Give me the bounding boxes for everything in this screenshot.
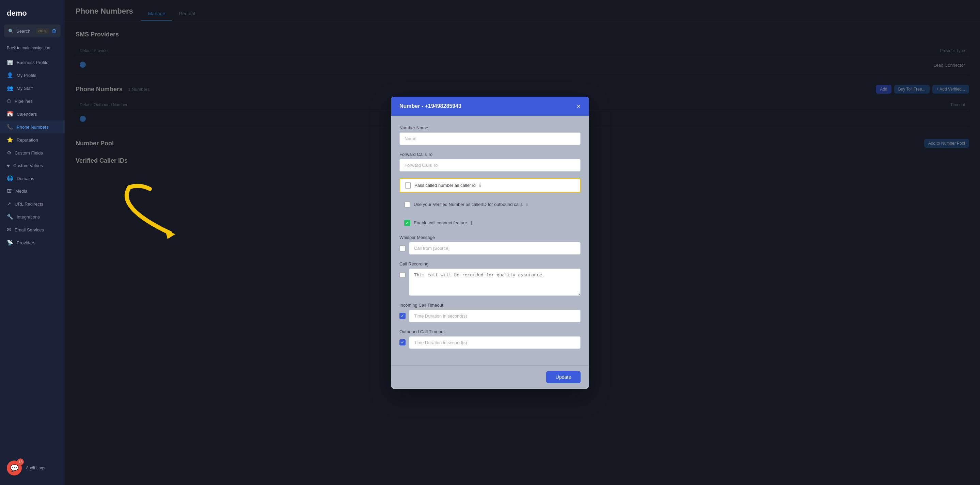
modal-body: Number Name Forward Calls To Pass called… [391, 116, 589, 365]
number-name-label: Number Name [399, 125, 581, 130]
sidebar-bottom: 💬 13 Audit Logs [0, 456, 65, 480]
forward-calls-input[interactable] [399, 159, 581, 172]
calendar-icon: 📅 [7, 111, 13, 117]
building-icon: 🏢 [7, 59, 13, 65]
call-recording-label: Call Recording [399, 261, 581, 267]
modal: Number - +19498285943 × Number Name Forw… [391, 97, 589, 389]
person-icon: 👤 [7, 72, 13, 78]
sidebar-item-my-staff[interactable]: 👥 My Staff [0, 82, 65, 95]
whisper-checkbox[interactable] [399, 245, 406, 251]
outbound-timeout-label: Outbound Call Timeout [399, 329, 581, 334]
enable-call-connect-checkbox[interactable] [404, 220, 410, 226]
sidebar-item-label: URL Redirects [14, 202, 43, 207]
chat-button[interactable]: 💬 13 [7, 461, 22, 475]
update-button[interactable]: Update [546, 371, 581, 383]
modal-close-button[interactable]: × [576, 103, 581, 110]
sidebar-item-email-services[interactable]: ✉ Email Services [0, 223, 65, 236]
enable-call-connect-info-icon[interactable]: ℹ [471, 220, 472, 226]
sidebar-item-label: Domains [17, 176, 34, 181]
outbound-timeout-input[interactable] [409, 336, 581, 349]
audit-logs-label[interactable]: Audit Logs [26, 466, 45, 471]
sidebar-item-business-profile[interactable]: 🏢 Business Profile [0, 56, 65, 69]
email-icon: ✉ [7, 227, 11, 233]
call-recording-row [399, 269, 581, 296]
sidebar-item-label: Calendars [17, 111, 37, 117]
incoming-timeout-label: Incoming Call Timeout [399, 302, 581, 308]
sidebar-item-custom-values[interactable]: ♥ Custom Values [0, 159, 65, 172]
sidebar-item-calendars[interactable]: 📅 Calendars [0, 108, 65, 121]
phone-icon: 📞 [7, 124, 13, 130]
sidebar-item-label: Media [15, 189, 27, 194]
sidebar-item-providers[interactable]: 📡 Providers [0, 236, 65, 249]
incoming-timeout-group: Incoming Call Timeout [399, 302, 581, 322]
sidebar-item-label: Providers [17, 240, 35, 245]
heart-icon: ♥ [7, 163, 10, 169]
outbound-timeout-row [399, 336, 581, 349]
incoming-timeout-input[interactable] [409, 310, 581, 322]
search-icon: 🔍 [8, 29, 14, 34]
sidebar-item-label: Custom Fields [14, 150, 43, 156]
number-name-group: Number Name [399, 125, 581, 145]
app-logo: demo [0, 5, 65, 24]
modal-footer: Update [391, 365, 589, 389]
sidebar-item-phone-numbers[interactable]: 📞 Phone Numbers [0, 121, 65, 134]
sidebar-item-domains[interactable]: 🌐 Domains [0, 172, 65, 185]
sidebar-item-label: Business Profile [17, 60, 48, 65]
call-recording-textarea[interactable] [409, 269, 581, 296]
back-nav[interactable]: Back to main navigation [0, 43, 65, 53]
modal-header: Number - +19498285943 × [391, 97, 589, 116]
sidebar-item-media[interactable]: 🖼 Media [0, 185, 65, 197]
pass-called-number-label: Pass called number as caller id [414, 183, 476, 188]
pipeline-icon: ⬡ [7, 98, 11, 104]
modal-title: Number - +19498285943 [399, 103, 461, 109]
enable-call-connect-label: Enable call connect feature [414, 220, 467, 225]
search-bar[interactable]: 🔍 Search ctrl K ⊕ [4, 24, 60, 37]
pass-called-number-row: Pass called number as caller id ℹ [399, 178, 581, 192]
star-icon: ⭐ [7, 137, 13, 143]
use-verified-number-label: Use your Verified Number as callerID for… [414, 202, 523, 207]
globe-icon: 🌐 [7, 175, 13, 181]
pass-called-number-info-icon[interactable]: ℹ [479, 183, 481, 188]
sidebar-item-reputation[interactable]: ⭐ Reputation [0, 134, 65, 146]
enable-call-connect-row: Enable call connect feature ℹ [399, 216, 581, 229]
sidebar-item-label: Pipelines [14, 99, 33, 104]
call-recording-group: Call Recording [399, 261, 581, 296]
sidebar-item-label: My Staff [17, 86, 33, 91]
search-label: Search [16, 29, 30, 34]
forward-calls-group: Forward Calls To [399, 152, 581, 172]
new-icon: ⊕ [51, 27, 57, 35]
incoming-timeout-checkbox[interactable] [399, 313, 406, 319]
whisper-message-group: Whisper Message [399, 235, 581, 254]
number-name-input[interactable] [399, 132, 581, 145]
whisper-message-input[interactable] [409, 242, 581, 254]
media-icon: 🖼 [7, 188, 12, 194]
sidebar-item-integrations[interactable]: 🔧 Integrations [0, 210, 65, 223]
notification-count: 13 [17, 458, 24, 465]
whisper-row [399, 242, 581, 254]
use-verified-number-info-icon[interactable]: ℹ [526, 202, 528, 207]
sidebar-item-label: Reputation [17, 137, 38, 143]
whisper-message-label: Whisper Message [399, 235, 581, 240]
call-recording-checkbox[interactable] [399, 272, 406, 278]
incoming-timeout-row [399, 310, 581, 322]
sidebar-item-label: Integrations [17, 215, 40, 219]
sidebar: demo 🔍 Search ctrl K ⊕ Back to main navi… [0, 0, 65, 485]
provider-icon: 📡 [7, 240, 13, 246]
use-verified-number-row: Use your Verified Number as callerID for… [399, 198, 581, 211]
sidebar-item-my-profile[interactable]: 👤 My Profile [0, 69, 65, 82]
forward-calls-label: Forward Calls To [399, 152, 581, 157]
gear-icon: ⚙ [7, 150, 11, 156]
pass-called-number-checkbox[interactable] [405, 183, 411, 189]
redirect-icon: ↗ [7, 201, 11, 207]
use-verified-number-checkbox[interactable] [404, 202, 410, 208]
sidebar-item-label: Email Services [14, 227, 44, 232]
outbound-timeout-checkbox[interactable] [399, 339, 406, 345]
sidebar-item-label: My Profile [17, 73, 37, 78]
sidebar-item-url-redirects[interactable]: ↗ URL Redirects [0, 197, 65, 210]
sidebar-item-label: Phone Numbers [17, 124, 49, 130]
search-shortcut: ctrl K [36, 28, 49, 34]
people-icon: 👥 [7, 85, 13, 91]
outbound-timeout-group: Outbound Call Timeout [399, 329, 581, 349]
sidebar-item-pipelines[interactable]: ⬡ Pipelines [0, 95, 65, 108]
sidebar-item-custom-fields[interactable]: ⚙ Custom Fields [0, 146, 65, 159]
